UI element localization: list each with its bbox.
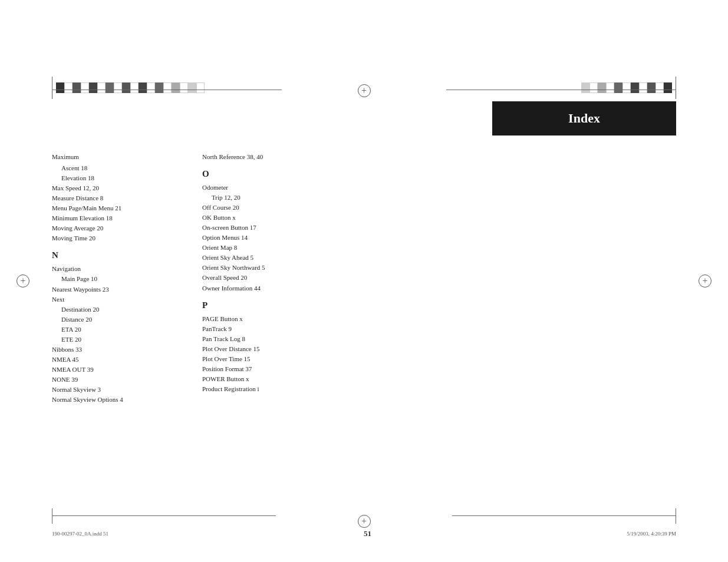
reg-mark-top: + [358, 84, 371, 97]
entry-next-ete: ETE 20 [61, 335, 185, 345]
entry-normal-skyview: Normal Skyview 3 [52, 385, 185, 395]
entry-none: NONE 39 [52, 375, 185, 385]
entry-orient-map: Orient Map 8 [202, 243, 338, 253]
column-left: Maximum Ascent 18 Elevation 18 Max Speed… [52, 152, 190, 500]
entry-navigation: Navigation [52, 264, 185, 274]
entry-normal-skyview-options: Normal Skyview Options 4 [52, 395, 185, 405]
entry-min-elevation: Minimum Elevation 18 [52, 213, 185, 223]
footer: 190-00297-02_0A.indd 51 51 5/19/2003, 4:… [52, 529, 676, 538]
entry-plot-over-distance: Plot Over Distance 15 [202, 344, 338, 354]
reg-mark-bottom: + [358, 515, 371, 528]
entry-moving-time: Moving Time 20 [52, 233, 185, 243]
entry-plot-over-time: Plot Over Time 15 [202, 354, 338, 364]
entry-next-eta: ETA 20 [61, 325, 185, 335]
bottom-line-right [452, 515, 676, 516]
entry-next-destination: Destination 20 [61, 305, 185, 315]
entry-menu-page: Menu Page/Main Menu 21 [52, 203, 185, 213]
entry-off-course: Off Course 20 [202, 203, 338, 213]
entry-owner-information: Owner Information 44 [202, 283, 338, 293]
reg-mark-right: + [699, 275, 711, 287]
entry-nearest-waypoints: Nearest Waypoints 23 [52, 285, 185, 295]
top-vline-right [676, 77, 676, 91]
entry-nmea-out: NMEA OUT 39 [52, 365, 185, 375]
entry-power-button: POWER Button x [202, 374, 338, 384]
entry-nibbons: Nibbons 33 [52, 345, 185, 355]
content-area: Maximum Ascent 18 Elevation 18 Max Speed… [52, 152, 676, 500]
entry-nmea: NMEA 45 [52, 355, 185, 365]
entry-pan-track-log: Pan Track Log 8 [202, 334, 338, 344]
reg-mark-left: + [17, 275, 29, 287]
entry-north-reference: North Reference 38, 40 [202, 152, 338, 162]
entry-next: Next [52, 295, 185, 305]
index-title: Index [568, 111, 600, 126]
top-line-left [52, 90, 282, 90]
entry-measure-distance: Measure Distance 8 [52, 193, 185, 203]
entry-overall-speed: Overall Speed 20 [202, 273, 338, 283]
page-number: 51 [364, 529, 371, 538]
bottom-right-date: 5/19/2003, 4:20:39 PM [627, 531, 676, 537]
top-vline-left [52, 77, 52, 91]
section-p-header: P [202, 300, 338, 310]
entry-elevation: Elevation 18 [61, 173, 185, 183]
entry-pantrack: PanTrack 9 [202, 324, 338, 334]
entry-orient-sky-ahead: Orient Sky Ahead 5 [202, 253, 338, 263]
bottom-vline-left [52, 508, 52, 524]
entry-position-format: Position Format 37 [202, 364, 338, 374]
column-right [344, 152, 676, 500]
entry-odometer-trip: Trip 12, 20 [212, 193, 338, 203]
entry-page-button: PAGE Button x [202, 314, 338, 324]
entry-onscreen-button: On-screen Button 17 [202, 223, 338, 233]
entry-next-distance: Distance 20 [61, 315, 185, 325]
bottom-left-code: 190-00297-02_0A.indd 51 [52, 531, 108, 537]
entry-maximum: Maximum [52, 152, 185, 162]
entry-odometer: Odometer [202, 183, 338, 193]
top-checker-bar-right [581, 77, 676, 99]
section-n-header: N [52, 250, 185, 260]
entry-orient-sky-northward: Orient Sky Northward 5 [202, 263, 338, 273]
column-middle: North Reference 38, 40 O Odometer Trip 1… [190, 152, 344, 500]
bottom-line-left [52, 515, 276, 516]
entry-ok-button: OK Button x [202, 213, 338, 223]
entry-product-registration: Product Registration i [202, 384, 338, 394]
entry-ascent: Ascent 18 [61, 163, 185, 173]
entry-moving-average: Moving Average 20 [52, 223, 185, 233]
entry-option-menus: Option Menus 14 [202, 233, 338, 243]
entry-nav-main-page: Main Page 10 [61, 274, 185, 284]
entry-max-speed: Max Speed 12, 20 [52, 183, 185, 193]
section-o-header: O [202, 169, 338, 179]
index-header-box: Index [492, 101, 676, 135]
top-checker-bar-left [52, 77, 205, 99]
top-line-right [446, 90, 676, 90]
bottom-vline-right [676, 508, 676, 524]
